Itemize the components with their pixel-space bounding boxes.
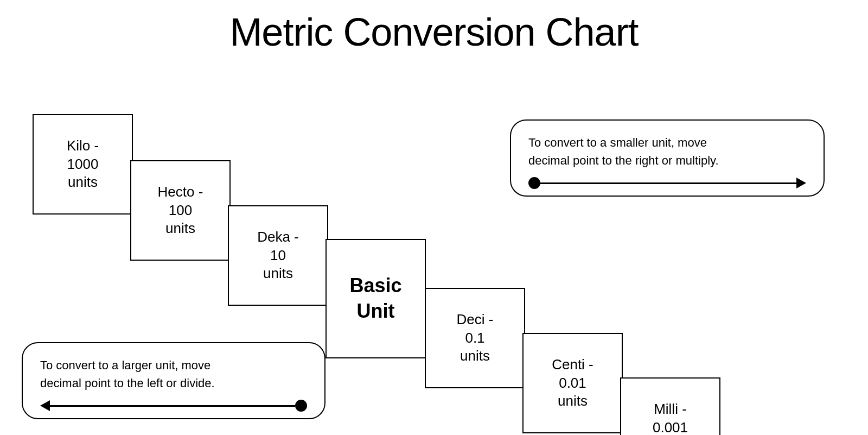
deka-box: Deka - 10 units bbox=[228, 205, 328, 306]
centi-line2: 0.01 bbox=[552, 374, 593, 393]
centi-line3: units bbox=[552, 392, 593, 411]
basic-line1: Basic bbox=[349, 273, 401, 299]
dot-left bbox=[295, 400, 307, 412]
info-box-left: To convert to a larger unit, move decima… bbox=[22, 342, 326, 419]
line-right bbox=[540, 182, 796, 184]
chart-area: Kilo - 1000 units Hecto - 100 units Deka… bbox=[0, 60, 868, 429]
info-left-line2: decimal point to the left or divide. bbox=[40, 374, 307, 392]
hecto-box: Hecto - 100 units bbox=[130, 160, 231, 261]
page-title: Metric Conversion Chart bbox=[0, 0, 868, 60]
arrowhead-left-icon bbox=[40, 400, 50, 411]
milli-line2: 0.001 bbox=[653, 419, 688, 435]
basic-line2: Unit bbox=[349, 299, 401, 324]
centi-box: Centi - 0.01 units bbox=[522, 333, 623, 433]
deka-line2: 10 bbox=[257, 247, 299, 265]
info-left-line1: To convert to a larger unit, move bbox=[40, 356, 307, 374]
info-right-line2: decimal point to the right or multiply. bbox=[528, 152, 806, 169]
arrowhead-right-icon bbox=[796, 178, 806, 188]
kilo-line3: units bbox=[67, 173, 99, 192]
basic-unit-box: Basic Unit bbox=[326, 239, 426, 358]
deka-line1: Deka - bbox=[257, 228, 299, 247]
deci-line2: 0.1 bbox=[457, 329, 494, 348]
deci-line1: Deci - bbox=[457, 311, 494, 329]
milli-box: Milli - 0.001 units bbox=[620, 377, 720, 435]
info-right-line1: To convert to a smaller unit, move bbox=[528, 134, 806, 152]
arrow-left bbox=[40, 400, 307, 412]
deci-line3: units bbox=[457, 347, 494, 365]
centi-line1: Centi - bbox=[552, 356, 593, 374]
dot-right bbox=[528, 177, 540, 189]
line-left bbox=[50, 405, 295, 407]
kilo-line1: Kilo - bbox=[67, 137, 99, 155]
kilo-line2: 1000 bbox=[67, 155, 99, 174]
deka-line3: units bbox=[257, 264, 299, 283]
hecto-line3: units bbox=[158, 219, 203, 238]
milli-line1: Milli - bbox=[653, 400, 688, 419]
kilo-box: Kilo - 1000 units bbox=[33, 114, 133, 215]
hecto-line2: 100 bbox=[158, 201, 203, 220]
info-box-right: To convert to a smaller unit, move decim… bbox=[510, 119, 825, 197]
deci-box: Deci - 0.1 units bbox=[425, 288, 525, 388]
arrow-right bbox=[528, 177, 806, 189]
hecto-line1: Hecto - bbox=[158, 183, 203, 201]
